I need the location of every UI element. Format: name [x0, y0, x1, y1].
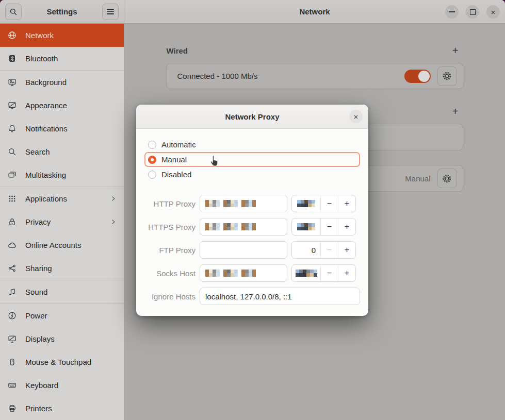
redacted-host — [205, 200, 256, 207]
globe-icon — [8, 31, 17, 40]
ftp-port-value[interactable]: 0 — [292, 242, 320, 258]
sidebar-item-network[interactable]: Network — [0, 24, 124, 47]
page-title: Network — [299, 7, 330, 16]
sidebar-item-label: Sound — [25, 288, 47, 296]
socks-port-value[interactable] — [292, 265, 320, 281]
sidebar-list: NetworkBluetoothBackgroundAppearanceNoti… — [0, 24, 124, 420]
sidebar-item-bluetooth[interactable]: Bluetooth — [0, 47, 124, 70]
sidebar-item-applications[interactable]: Applications — [0, 187, 124, 210]
sidebar-item-mouse-touchpad[interactable]: Mouse & Touchpad — [0, 350, 124, 374]
sidebar-item-multitasking[interactable]: Multitasking — [0, 163, 124, 187]
ftp-proxy-input[interactable] — [200, 241, 287, 259]
settings-title: Settings — [46, 7, 77, 16]
minus-button[interactable]: − — [320, 265, 338, 281]
close-icon: × — [491, 8, 496, 16]
minus-button[interactable]: − — [320, 242, 338, 258]
gear-icon — [442, 173, 452, 184]
dialog-header: Network Proxy × — [136, 105, 368, 129]
sidebar-item-label: Network — [25, 31, 54, 40]
dialog-close-button[interactable]: × — [349, 110, 363, 123]
search-icon — [9, 8, 18, 16]
sidebar-item-displays[interactable]: Displays — [0, 327, 124, 350]
wired-toggle[interactable] — [404, 70, 431, 83]
toggle-knob — [418, 71, 430, 82]
add-wired-connection-button[interactable]: + — [449, 44, 462, 57]
printer-icon — [8, 404, 17, 413]
settings-window: Settings Network × NetworkBluetoothBackg… — [0, 0, 505, 420]
http-port-value[interactable] — [292, 195, 320, 212]
http-proxy-input[interactable] — [200, 195, 287, 212]
chevron-right-icon — [110, 219, 117, 225]
sidebar-item-keyboard[interactable]: Keyboard — [0, 374, 124, 397]
window-minimize-button[interactable] — [445, 5, 459, 19]
sidebar-item-label: Background — [25, 78, 67, 87]
wired-connection-row[interactable]: Connected - 1000 Mb/s — [167, 63, 463, 89]
wired-options-button[interactable] — [437, 66, 457, 86]
sidebar-item-notifications[interactable]: Notifications — [0, 117, 124, 140]
maximize-icon — [470, 9, 476, 15]
wired-status-label: Connected - 1000 Mb/s — [177, 72, 404, 80]
ftp-port-spinbutton: 0 − + — [291, 241, 356, 259]
ignore-hosts-row: Ignore Hosts localhost, 127.0.0.0/8, ::1 — [144, 288, 360, 305]
radio-icon[interactable] — [148, 141, 156, 149]
sidebar-item-label: Applications — [25, 194, 67, 203]
https-port-value[interactable] — [292, 219, 320, 235]
keyboard-icon — [8, 381, 17, 390]
sidebar-item-label: Notifications — [25, 124, 68, 133]
redacted-host — [205, 223, 256, 230]
dialog-title: Network Proxy — [225, 112, 279, 121]
window-maximize-button[interactable] — [466, 5, 479, 19]
add-vpn-button[interactable]: + — [449, 105, 462, 118]
sidebar-item-search[interactable]: Search — [0, 140, 124, 163]
primary-menu-button[interactable] — [102, 4, 119, 20]
radio-icon[interactable] — [148, 156, 156, 164]
headerbar: Settings Network × — [0, 0, 505, 24]
sidebar-item-online-accounts[interactable]: Online Accounts — [0, 233, 124, 257]
sidebar-item-label: Appearance — [25, 101, 67, 110]
sidebar-item-label: Displays — [25, 334, 55, 343]
https-proxy-input[interactable] — [200, 218, 287, 236]
proxy-option-disabled[interactable]: Disabled — [144, 167, 360, 182]
sidebar-item-sound[interactable]: Sound — [0, 280, 124, 304]
minus-button[interactable]: − — [320, 219, 338, 235]
proxy-option-manual[interactable]: Manual — [144, 152, 360, 167]
headerbar-right: Network × — [124, 0, 505, 24]
sidebar-item-background[interactable]: Background — [0, 71, 124, 94]
redacted-port — [297, 200, 315, 207]
sidebar: NetworkBluetoothBackgroundAppearanceNoti… — [0, 24, 124, 420]
sidebar-item-label: Printers — [25, 404, 52, 413]
cloud-icon — [8, 241, 17, 249]
redacted-port — [297, 223, 315, 230]
sidebar-item-power[interactable]: Power — [0, 304, 124, 327]
plus-button[interactable]: + — [338, 195, 355, 212]
search-icon — [8, 147, 17, 156]
sidebar-item-sharing[interactable]: Sharing — [0, 257, 124, 280]
redacted-port — [296, 270, 317, 277]
sidebar-item-label: Search — [25, 147, 50, 156]
plus-button[interactable]: + — [338, 219, 355, 235]
minus-button[interactable]: − — [320, 195, 338, 212]
headerbar-left: Settings — [0, 0, 124, 24]
proxy-mode-label: Manual — [405, 174, 430, 183]
plus-button[interactable]: + — [338, 265, 355, 281]
sidebar-item-label: Bluetooth — [25, 54, 58, 63]
window-close-button[interactable]: × — [486, 5, 500, 19]
dialog-body: Automatic Manual Disabled HTTP Proxy − + — [136, 129, 368, 305]
wired-section-header: Wired + — [167, 45, 463, 56]
search-button[interactable] — [5, 4, 22, 20]
ignore-hosts-input[interactable]: localhost, 127.0.0.0/8, ::1 — [200, 288, 360, 305]
sidebar-item-privacy[interactable]: Privacy — [0, 210, 124, 233]
sidebar-item-appearance[interactable]: Appearance — [0, 94, 124, 117]
plus-button[interactable]: + — [338, 242, 355, 258]
network-proxy-dialog: Network Proxy × Automatic Manual Disable… — [136, 105, 368, 316]
radio-icon[interactable] — [148, 171, 156, 179]
hamburger-icon — [107, 9, 114, 14]
proxy-option-automatic[interactable]: Automatic — [144, 137, 360, 152]
socks-host-input[interactable] — [200, 264, 287, 282]
proxy-options-button[interactable] — [437, 169, 457, 188]
gear-icon — [442, 71, 452, 81]
sidebar-item-label: Online Accounts — [25, 241, 81, 249]
ftp-proxy-row: FTP Proxy 0 − + — [144, 241, 360, 259]
sidebar-item-printers[interactable]: Printers — [0, 397, 124, 420]
bluetooth-icon — [8, 54, 17, 63]
